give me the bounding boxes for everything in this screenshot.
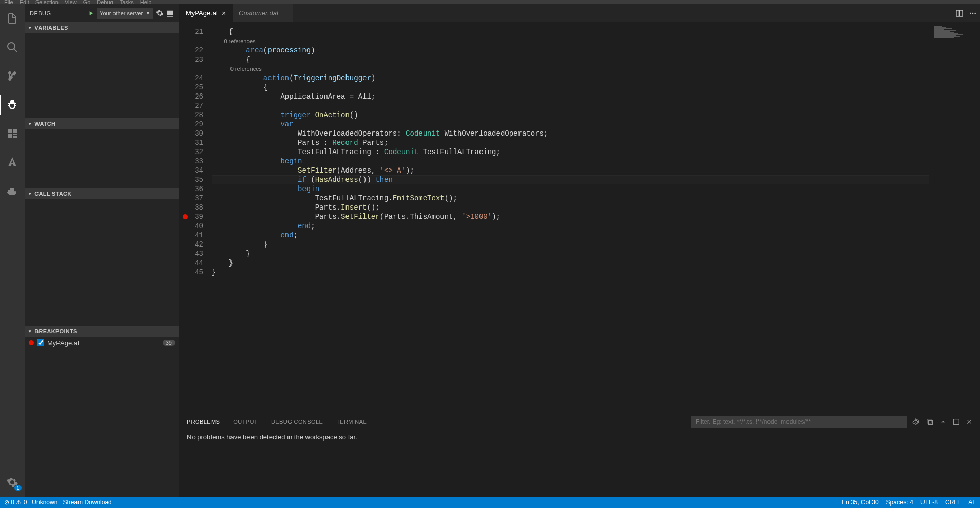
- line-number[interactable]: 21: [180, 27, 203, 36]
- line-number[interactable]: 24: [180, 73, 203, 83]
- line-number[interactable]: 31: [180, 138, 203, 147]
- minimap[interactable]: [929, 22, 980, 413]
- line-number[interactable]: 44: [180, 258, 203, 268]
- status-problems[interactable]: ⊘ 0 ⚠ 0: [4, 499, 27, 506]
- status-eol[interactable]: CRLF: [945, 499, 961, 506]
- menu-bar[interactable]: File Edit Selection View Go Debug Tasks …: [0, 0, 980, 4]
- line-number[interactable]: 42: [180, 240, 203, 249]
- activity-scm[interactable]: [0, 66, 25, 86]
- editor-code[interactable]: { 0 references area(processing) { 0 refe…: [212, 22, 980, 413]
- collapse-button[interactable]: [926, 418, 934, 426]
- line-number[interactable]: 34: [180, 166, 203, 175]
- code-line[interactable]: begin: [212, 184, 980, 194]
- more-actions-button[interactable]: [969, 9, 977, 17]
- codelens[interactable]: 0 references: [212, 36, 980, 46]
- activity-azure[interactable]: [0, 152, 25, 173]
- line-number[interactable]: 35: [180, 175, 203, 184]
- tab-customer[interactable]: Customer.dal ×: [233, 4, 293, 22]
- code-line[interactable]: if (HasAddress()) then: [212, 175, 980, 184]
- tab-mypage[interactable]: MyPAge.al ×: [180, 4, 233, 22]
- activity-docker[interactable]: [0, 181, 25, 201]
- line-number[interactable]: 33: [180, 157, 203, 166]
- code-line[interactable]: begin: [212, 157, 980, 166]
- code-line[interactable]: var: [212, 120, 980, 129]
- panel-up-button[interactable]: [939, 418, 947, 426]
- line-number[interactable]: 45: [180, 268, 203, 277]
- panel-maximize-button[interactable]: [952, 418, 960, 426]
- code-line[interactable]: Parts.Insert();: [212, 203, 980, 212]
- code-line[interactable]: [212, 101, 980, 110]
- code-line[interactable]: {: [212, 27, 980, 36]
- breakpoint-row[interactable]: MyPAge.al 39: [25, 337, 179, 348]
- menu-go[interactable]: Go: [83, 0, 91, 4]
- line-number[interactable]: 22: [180, 46, 203, 55]
- panel-tab-problems[interactable]: PROBLEMS: [187, 416, 220, 428]
- activity-extensions[interactable]: [0, 123, 25, 144]
- debug-console-button[interactable]: [166, 9, 174, 17]
- status-item[interactable]: Stream Download: [63, 499, 111, 506]
- code-line[interactable]: }: [212, 240, 980, 249]
- code-line[interactable]: }: [212, 268, 980, 277]
- code-line[interactable]: end;: [212, 231, 980, 240]
- menu-help[interactable]: Help: [140, 0, 152, 4]
- line-number[interactable]: 32: [180, 147, 203, 157]
- code-line[interactable]: TestFullALTracing.EmitSomeText();: [212, 194, 980, 203]
- line-number[interactable]: 25: [180, 83, 203, 92]
- line-number[interactable]: 28: [180, 110, 203, 120]
- activity-search[interactable]: [0, 37, 25, 58]
- code-line[interactable]: area(processing): [212, 46, 980, 55]
- menu-tasks[interactable]: Tasks: [120, 0, 134, 4]
- code-line[interactable]: TestFullALTracing : Codeunit TestFullALT…: [212, 147, 980, 157]
- menu-view[interactable]: View: [65, 0, 77, 4]
- codelens[interactable]: 0 references: [212, 64, 980, 73]
- section-watch[interactable]: ▾ WATCH: [25, 118, 179, 129]
- menu-edit[interactable]: Edit: [20, 0, 29, 4]
- line-number[interactable]: 30: [180, 129, 203, 138]
- editor-body[interactable]: 21 2223 24252627282930313233343536373839…: [180, 22, 980, 413]
- code-line[interactable]: action(TriggeringDebugger): [212, 73, 980, 83]
- start-debug-button[interactable]: [87, 10, 94, 17]
- code-line[interactable]: Parts.SetFilter(Parts.ThisAmount, '>1000…: [212, 212, 980, 221]
- breakpoint-checkbox[interactable]: [37, 339, 44, 346]
- line-number[interactable]: 38: [180, 203, 203, 212]
- panel-tab-terminal[interactable]: TERMINAL: [336, 416, 367, 428]
- debug-config-select[interactable]: Your other server ▼: [97, 8, 153, 19]
- line-number[interactable]: 27: [180, 101, 203, 110]
- line-number[interactable]: 26: [180, 92, 203, 101]
- line-number[interactable]: 37: [180, 194, 203, 203]
- line-number[interactable]: 36: [180, 184, 203, 194]
- line-number[interactable]: 29: [180, 120, 203, 129]
- debug-configure-button[interactable]: [156, 9, 164, 17]
- status-language[interactable]: AL: [968, 499, 976, 506]
- code-line[interactable]: Parts : Record Parts;: [212, 138, 980, 147]
- line-number[interactable]: 41: [180, 231, 203, 240]
- code-line[interactable]: end;: [212, 221, 980, 231]
- panel-tab-debug-console[interactable]: DEBUG CONSOLE: [271, 416, 323, 428]
- panel-tab-output[interactable]: OUTPUT: [233, 416, 258, 428]
- breakpoint-glyph-icon[interactable]: [183, 214, 188, 219]
- section-breakpoints[interactable]: ▾ BREAKPOINTS: [25, 326, 179, 337]
- panel-close-button[interactable]: [966, 418, 973, 425]
- code-line[interactable]: {: [212, 83, 980, 92]
- close-icon[interactable]: ×: [222, 9, 226, 17]
- code-line[interactable]: }: [212, 249, 980, 258]
- activity-debug[interactable]: [0, 95, 25, 115]
- code-line[interactable]: WithOverloadedOperators: Codeunit WithOv…: [212, 129, 980, 138]
- filter-settings-button[interactable]: [912, 418, 920, 426]
- code-line[interactable]: {: [212, 55, 980, 64]
- status-item[interactable]: Unknown: [32, 499, 57, 506]
- status-encoding[interactable]: UTF-8: [920, 499, 938, 506]
- menu-debug[interactable]: Debug: [97, 0, 113, 4]
- code-line[interactable]: SetFilter(Address, '<> A');: [212, 166, 980, 175]
- line-number[interactable]: 40: [180, 221, 203, 231]
- problems-filter-input[interactable]: [691, 416, 907, 428]
- code-line[interactable]: trigger OnAction(): [212, 110, 980, 120]
- editor-gutter[interactable]: 21 2223 24252627282930313233343536373839…: [180, 22, 212, 413]
- activity-settings[interactable]: 1: [0, 472, 25, 493]
- status-cursor[interactable]: Ln 35, Col 30: [842, 499, 878, 506]
- line-number[interactable]: 43: [180, 249, 203, 258]
- code-line[interactable]: ApplicationArea = All;: [212, 92, 980, 101]
- menu-selection[interactable]: Selection: [35, 0, 59, 4]
- split-editor-button[interactable]: [955, 9, 964, 17]
- line-number[interactable]: 23: [180, 55, 203, 64]
